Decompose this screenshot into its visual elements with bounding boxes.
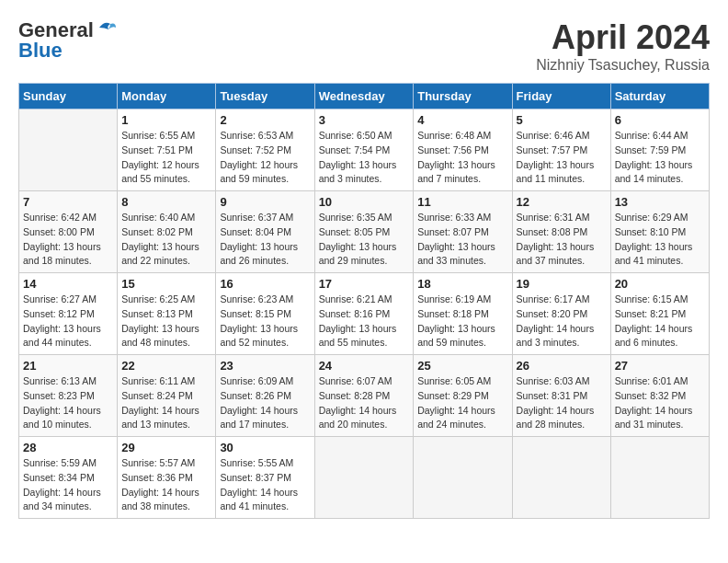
calendar-day-header: Friday <box>512 84 610 109</box>
calendar-cell: 20Sunrise: 6:15 AMSunset: 8:21 PMDayligh… <box>610 273 709 355</box>
calendar-cell <box>314 437 414 519</box>
day-info: Sunrise: 6:11 AMSunset: 8:24 PMDaylight:… <box>121 374 211 432</box>
day-info: Sunrise: 6:03 AMSunset: 8:31 PMDaylight:… <box>517 374 607 432</box>
calendar-cell: 22Sunrise: 6:11 AMSunset: 8:24 PMDayligh… <box>118 355 216 437</box>
day-info: Sunrise: 6:53 AMSunset: 7:52 PMDaylight:… <box>220 129 310 187</box>
calendar-week-row: 1Sunrise: 6:55 AMSunset: 7:51 PMDaylight… <box>19 109 710 191</box>
day-info: Sunrise: 5:59 AMSunset: 8:34 PMDaylight:… <box>23 456 113 514</box>
calendar-cell: 8Sunrise: 6:40 AMSunset: 8:02 PMDaylight… <box>118 191 216 273</box>
day-number: 21 <box>23 359 113 373</box>
calendar-cell: 19Sunrise: 6:17 AMSunset: 8:20 PMDayligh… <box>512 273 610 355</box>
day-number: 24 <box>319 359 410 373</box>
calendar-cell: 13Sunrise: 6:29 AMSunset: 8:10 PMDayligh… <box>610 191 709 273</box>
calendar-cell: 24Sunrise: 6:07 AMSunset: 8:28 PMDayligh… <box>314 355 414 437</box>
calendar-cell: 27Sunrise: 6:01 AMSunset: 8:32 PMDayligh… <box>610 355 709 437</box>
logo: General Blue <box>18 18 118 63</box>
calendar-cell: 26Sunrise: 6:03 AMSunset: 8:31 PMDayligh… <box>512 355 610 437</box>
day-number: 29 <box>121 441 211 454</box>
day-number: 23 <box>220 359 310 373</box>
day-number: 11 <box>417 195 507 209</box>
day-info: Sunrise: 6:23 AMSunset: 8:15 PMDaylight:… <box>220 293 310 350</box>
day-number: 22 <box>121 359 211 373</box>
calendar-week-row: 14Sunrise: 6:27 AMSunset: 8:12 PMDayligh… <box>19 273 710 355</box>
calendar-cell: 21Sunrise: 6:13 AMSunset: 8:23 PMDayligh… <box>19 355 118 437</box>
day-number: 13 <box>615 195 705 209</box>
day-number: 17 <box>319 277 410 291</box>
day-number: 8 <box>121 195 211 209</box>
calendar-header-row: SundayMondayTuesdayWednesdayThursdayFrid… <box>19 84 710 109</box>
day-number: 30 <box>220 441 310 454</box>
day-number: 10 <box>319 195 410 209</box>
day-info: Sunrise: 6:50 AMSunset: 7:54 PMDaylight:… <box>319 129 410 187</box>
calendar-cell <box>512 437 610 519</box>
day-number: 20 <box>615 277 705 291</box>
day-number: 19 <box>517 277 607 291</box>
calendar-day-header: Saturday <box>610 84 709 109</box>
calendar-cell: 2Sunrise: 6:53 AMSunset: 7:52 PMDaylight… <box>216 109 314 191</box>
calendar-cell: 17Sunrise: 6:21 AMSunset: 8:16 PMDayligh… <box>314 273 414 355</box>
day-info: Sunrise: 6:42 AMSunset: 8:00 PMDaylight:… <box>23 211 113 269</box>
day-number: 6 <box>615 113 705 127</box>
calendar-day-header: Wednesday <box>314 84 414 109</box>
page-header: General Blue April 2024 Nizhniy Tsasuche… <box>18 18 710 74</box>
calendar-cell: 6Sunrise: 6:44 AMSunset: 7:59 PMDaylight… <box>610 109 709 191</box>
day-info: Sunrise: 5:57 AMSunset: 8:36 PMDaylight:… <box>121 456 211 514</box>
calendar-cell: 25Sunrise: 6:05 AMSunset: 8:29 PMDayligh… <box>414 355 512 437</box>
day-info: Sunrise: 6:29 AMSunset: 8:10 PMDaylight:… <box>615 211 705 269</box>
title-area: April 2024 Nizhniy Tsasuchey, Russia <box>536 18 710 74</box>
calendar-cell: 15Sunrise: 6:25 AMSunset: 8:13 PMDayligh… <box>118 273 216 355</box>
day-info: Sunrise: 6:13 AMSunset: 8:23 PMDaylight:… <box>23 374 113 432</box>
day-info: Sunrise: 6:37 AMSunset: 8:04 PMDaylight:… <box>220 211 310 269</box>
calendar-cell: 9Sunrise: 6:37 AMSunset: 8:04 PMDaylight… <box>216 191 314 273</box>
calendar-table: SundayMondayTuesdayWednesdayThursdayFrid… <box>18 83 710 519</box>
calendar-cell: 28Sunrise: 5:59 AMSunset: 8:34 PMDayligh… <box>19 437 118 519</box>
day-number: 9 <box>220 195 310 209</box>
calendar-cell: 23Sunrise: 6:09 AMSunset: 8:26 PMDayligh… <box>216 355 314 437</box>
day-number: 3 <box>319 113 410 127</box>
calendar-day-header: Sunday <box>19 84 118 109</box>
day-info: Sunrise: 6:15 AMSunset: 8:21 PMDaylight:… <box>615 293 705 350</box>
calendar-cell: 14Sunrise: 6:27 AMSunset: 8:12 PMDayligh… <box>19 273 118 355</box>
day-info: Sunrise: 5:55 AMSunset: 8:37 PMDaylight:… <box>220 456 310 514</box>
day-number: 27 <box>615 359 705 373</box>
day-info: Sunrise: 6:33 AMSunset: 8:07 PMDaylight:… <box>417 211 507 269</box>
day-info: Sunrise: 6:19 AMSunset: 8:18 PMDaylight:… <box>417 293 507 350</box>
calendar-cell: 11Sunrise: 6:33 AMSunset: 8:07 PMDayligh… <box>414 191 512 273</box>
day-info: Sunrise: 6:35 AMSunset: 8:05 PMDaylight:… <box>319 211 410 269</box>
page-title: April 2024 <box>536 18 710 57</box>
day-info: Sunrise: 6:31 AMSunset: 8:08 PMDaylight:… <box>517 211 607 269</box>
calendar-week-row: 21Sunrise: 6:13 AMSunset: 8:23 PMDayligh… <box>19 355 710 437</box>
calendar-cell <box>610 437 709 519</box>
calendar-cell: 30Sunrise: 5:55 AMSunset: 8:37 PMDayligh… <box>216 437 314 519</box>
day-number: 12 <box>517 195 607 209</box>
day-info: Sunrise: 6:27 AMSunset: 8:12 PMDaylight:… <box>23 293 113 350</box>
calendar-cell: 12Sunrise: 6:31 AMSunset: 8:08 PMDayligh… <box>512 191 610 273</box>
calendar-cell: 5Sunrise: 6:46 AMSunset: 7:57 PMDaylight… <box>512 109 610 191</box>
calendar-cell: 3Sunrise: 6:50 AMSunset: 7:54 PMDaylight… <box>314 109 414 191</box>
day-info: Sunrise: 6:17 AMSunset: 8:20 PMDaylight:… <box>517 293 607 350</box>
day-number: 18 <box>417 277 507 291</box>
day-number: 1 <box>121 113 211 127</box>
calendar-week-row: 7Sunrise: 6:42 AMSunset: 8:00 PMDaylight… <box>19 191 710 273</box>
day-number: 5 <box>517 113 607 127</box>
day-number: 26 <box>517 359 607 373</box>
day-number: 4 <box>417 113 507 127</box>
calendar-cell: 18Sunrise: 6:19 AMSunset: 8:18 PMDayligh… <box>414 273 512 355</box>
calendar-cell: 16Sunrise: 6:23 AMSunset: 8:15 PMDayligh… <box>216 273 314 355</box>
day-info: Sunrise: 6:25 AMSunset: 8:13 PMDaylight:… <box>121 293 211 350</box>
calendar-cell <box>19 109 118 191</box>
day-info: Sunrise: 6:05 AMSunset: 8:29 PMDaylight:… <box>417 374 507 432</box>
day-info: Sunrise: 6:46 AMSunset: 7:57 PMDaylight:… <box>517 129 607 187</box>
day-info: Sunrise: 6:48 AMSunset: 7:56 PMDaylight:… <box>417 129 507 187</box>
day-number: 16 <box>220 277 310 291</box>
calendar-cell: 7Sunrise: 6:42 AMSunset: 8:00 PMDaylight… <box>19 191 118 273</box>
day-info: Sunrise: 6:55 AMSunset: 7:51 PMDaylight:… <box>121 129 211 187</box>
day-number: 28 <box>23 441 113 454</box>
calendar-cell: 1Sunrise: 6:55 AMSunset: 7:51 PMDaylight… <box>118 109 216 191</box>
calendar-week-row: 28Sunrise: 5:59 AMSunset: 8:34 PMDayligh… <box>19 437 710 519</box>
calendar-cell: 10Sunrise: 6:35 AMSunset: 8:05 PMDayligh… <box>314 191 414 273</box>
day-number: 15 <box>121 277 211 291</box>
day-info: Sunrise: 6:40 AMSunset: 8:02 PMDaylight:… <box>121 211 211 269</box>
logo-blue-text: Blue <box>18 39 63 63</box>
day-number: 2 <box>220 113 310 127</box>
